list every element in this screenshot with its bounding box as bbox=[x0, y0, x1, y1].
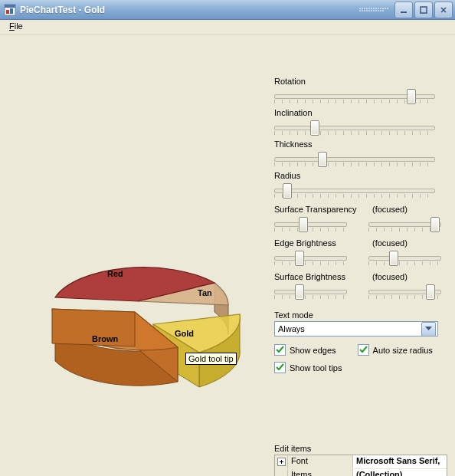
surf-brightness-label: Surface Brightness bbox=[274, 272, 345, 281]
tooltip-gold: Gold tool tip bbox=[185, 353, 237, 365]
property-grid[interactable]: Font Microsoft Sans Serif, Items (Collec… bbox=[274, 455, 447, 476]
menu-file-rest: ile bbox=[15, 21, 23, 31]
checkbox-icon bbox=[274, 362, 286, 373]
titlebar[interactable]: PieChartTest - Gold bbox=[0, 0, 455, 20]
app-icon bbox=[4, 4, 16, 16]
maximize-button[interactable] bbox=[414, 2, 433, 18]
slice-label-gold: Gold bbox=[175, 329, 194, 338]
slice-label-red: Red bbox=[107, 269, 123, 278]
edge-brightness-focused-label: (focused) bbox=[372, 238, 408, 248]
edge-brightness-slider[interactable] bbox=[274, 249, 347, 268]
property-row-items[interactable]: Items (Collection) bbox=[275, 469, 447, 476]
checkbox-icon bbox=[274, 344, 286, 356]
show-tooltips-checkbox[interactable]: Show tool tips bbox=[274, 362, 342, 373]
thickness-label: Thickness bbox=[274, 140, 444, 149]
textmode-value: Always bbox=[277, 324, 421, 333]
titlebar-grip bbox=[359, 3, 390, 17]
surf-transparency-label: Surface Transparency bbox=[274, 205, 357, 214]
controls-panel: Rotation Inclination Thickness Radius bbox=[274, 77, 444, 379]
inclination-slider[interactable] bbox=[274, 119, 435, 137]
property-name: Font bbox=[288, 455, 353, 468]
edge-brightness-focused-slider[interactable] bbox=[368, 249, 441, 268]
surf-transparency-slider[interactable] bbox=[274, 215, 347, 234]
show-edges-checkbox[interactable]: Show edges bbox=[274, 344, 336, 356]
svg-rect-3 bbox=[10, 8, 13, 14]
surf-transparency-focused-slider[interactable] bbox=[368, 215, 441, 234]
rotation-label: Rotation bbox=[274, 77, 444, 86]
edge-brightness-label: Edge Brightness bbox=[274, 238, 336, 248]
show-tooltips-label: Show tool tips bbox=[290, 363, 342, 373]
slice-label-brown: Brown bbox=[92, 334, 119, 343]
minimize-button[interactable] bbox=[394, 2, 413, 18]
property-row-font[interactable]: Font Microsoft Sans Serif, bbox=[275, 455, 447, 469]
surf-transparency-focused-label: (focused) bbox=[372, 205, 408, 214]
inclination-label: Inclination bbox=[274, 108, 444, 117]
property-grid-header: Edit items bbox=[274, 444, 447, 453]
surf-brightness-slider[interactable] bbox=[274, 283, 347, 301]
window-title: PieChartTest - Gold bbox=[20, 5, 359, 15]
surf-brightness-focused-label: (focused) bbox=[372, 272, 408, 281]
checkbox-icon bbox=[358, 344, 369, 356]
property-grid-section: Edit items Font Microsoft Sans Serif, It… bbox=[274, 444, 447, 476]
pie-chart[interactable]: Red Tan Gold Brown bbox=[8, 212, 268, 426]
expand-icon[interactable] bbox=[277, 458, 286, 466]
textmode-label: Text mode bbox=[274, 310, 444, 320]
svg-rect-2 bbox=[6, 10, 9, 14]
client-area: Red Tan Gold Brown Gold tool tip Rotatio… bbox=[0, 35, 455, 476]
menu-bar: File bbox=[0, 20, 455, 35]
thickness-slider[interactable] bbox=[274, 150, 435, 169]
auto-radius-checkbox[interactable]: Auto size radius bbox=[358, 344, 433, 356]
svg-rect-4 bbox=[401, 11, 407, 13]
close-button[interactable] bbox=[434, 2, 453, 18]
surf-brightness-focused-slider[interactable] bbox=[368, 283, 441, 301]
slice-label-tan: Tan bbox=[198, 288, 212, 297]
property-value[interactable]: (Collection) bbox=[353, 469, 447, 476]
textmode-combo[interactable]: Always bbox=[274, 321, 438, 336]
svg-rect-5 bbox=[421, 7, 427, 13]
chevron-down-icon[interactable] bbox=[421, 322, 436, 336]
rotation-slider[interactable] bbox=[274, 87, 435, 106]
show-edges-label: Show edges bbox=[290, 346, 336, 355]
auto-radius-label: Auto size radius bbox=[373, 346, 433, 355]
menu-file[interactable]: File bbox=[5, 20, 28, 32]
radius-label: Radius bbox=[274, 171, 444, 180]
svg-rect-1 bbox=[5, 5, 15, 8]
radius-slider[interactable] bbox=[274, 182, 435, 200]
property-value[interactable]: Microsoft Sans Serif, bbox=[353, 455, 447, 468]
property-name: Items bbox=[288, 469, 353, 476]
